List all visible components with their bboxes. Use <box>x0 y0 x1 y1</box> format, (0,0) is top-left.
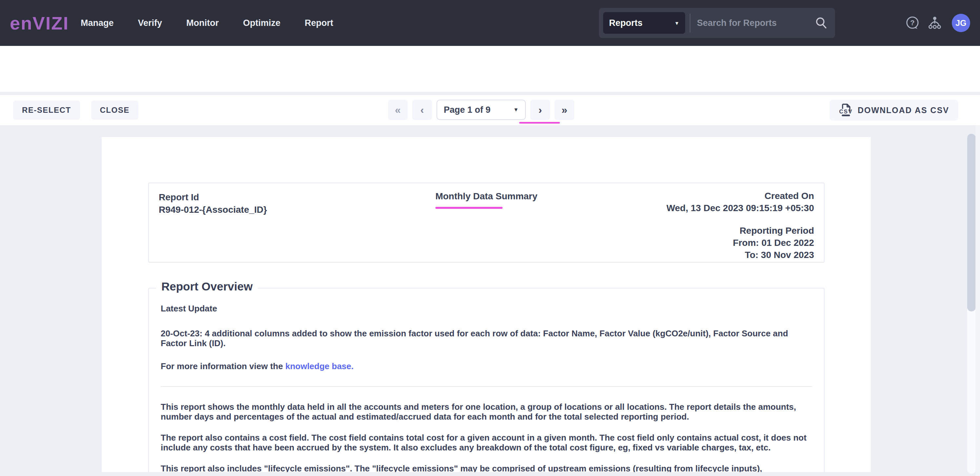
section-divider <box>161 386 812 387</box>
svg-text:?: ? <box>910 19 915 27</box>
report-title-underline <box>435 207 503 209</box>
report-meta-block: Created On Wed, 13 Dec 2023 09:15:19 +05… <box>667 190 814 261</box>
overview-paragraph: The report also contains a cost field. T… <box>161 433 812 452</box>
latest-update-label: Latest Update <box>161 303 812 313</box>
report-overview-section: Report Overview Latest Update 20-Oct-23:… <box>148 288 824 472</box>
report-scrollbar-track[interactable] <box>967 134 976 474</box>
menu-item-report[interactable]: Report <box>305 18 333 28</box>
knowledge-base-link[interactable]: knowledge base. <box>285 361 353 371</box>
first-page-icon: « <box>395 104 401 116</box>
global-search-bar: Reports ▼ <box>599 8 835 38</box>
download-csv-button[interactable]: CSV DOWNLOAD AS CSV <box>829 100 958 121</box>
search-icon[interactable] <box>815 16 828 30</box>
overview-paragraph: This report shows the monthly data held … <box>161 402 812 422</box>
next-page-icon: › <box>539 104 542 116</box>
close-button[interactable]: CLOSE <box>91 101 138 120</box>
reselect-button[interactable]: RE-SELECT <box>13 101 80 120</box>
reporting-period-label: Reporting Period <box>667 225 814 237</box>
prev-page-button[interactable]: ‹ <box>412 100 432 120</box>
page-select-value: Page 1 of 9 <box>444 105 491 115</box>
chevron-down-icon: ▼ <box>513 107 519 113</box>
main-menu: Manage Verify Monitor Optimize Report <box>81 18 333 28</box>
period-from: From: 01 Dec 2022 <box>667 237 814 249</box>
report-id-block: Report Id R949-012-{Associate_ID} <box>159 191 267 216</box>
report-title-block: Monthly Data Summary <box>435 191 537 209</box>
pagination-active-indicator <box>519 122 560 124</box>
menu-item-verify[interactable]: Verify <box>138 18 162 28</box>
csv-file-icon: CSV <box>838 103 853 117</box>
prev-page-icon: ‹ <box>420 104 424 116</box>
first-page-button[interactable]: « <box>388 100 408 120</box>
help-icon[interactable]: ? <box>905 16 920 30</box>
report-overview-content: Latest Update 20-Oct-23: 4 additional co… <box>149 289 824 472</box>
search-category-value: Reports <box>609 18 643 28</box>
created-on-label: Created On <box>667 190 814 202</box>
report-id-label: Report Id <box>159 191 267 203</box>
update-note: 20-Oct-23: 4 additional columns added to… <box>161 328 812 348</box>
report-title: Monthly Data Summary <box>435 191 537 202</box>
menu-item-monitor[interactable]: Monitor <box>186 18 219 28</box>
report-toolbar: RE-SELECT CLOSE « ‹ Page 1 of 9 ▼ › » CS… <box>0 95 980 125</box>
envizi-logo[interactable]: enVIZI <box>10 13 80 34</box>
page-select[interactable]: Page 1 of 9 ▼ <box>436 100 526 120</box>
svg-text:CSV: CSV <box>839 108 853 115</box>
org-hierarchy-icon[interactable] <box>928 16 942 30</box>
user-avatar[interactable]: JG <box>952 14 970 32</box>
section-title: Report Overview <box>156 280 258 293</box>
menu-item-manage[interactable]: Manage <box>81 18 114 28</box>
top-navigation-bar: enVIZI Manage Verify Monitor Optimize Re… <box>0 0 980 46</box>
menu-item-optimize[interactable]: Optimize <box>243 18 280 28</box>
pagination: « ‹ Page 1 of 9 ▼ › » <box>388 100 574 120</box>
next-page-button[interactable]: › <box>530 100 550 120</box>
reporting-period-block: Reporting Period From: 01 Dec 2022 To: 3… <box>667 225 814 261</box>
report-header-box: Report Id R949-012-{Associate_ID} Monthl… <box>148 182 824 263</box>
more-info-prefix: For more information view the <box>161 361 285 371</box>
last-page-button[interactable]: » <box>555 100 574 120</box>
content-area: Report Id R949-012-{Associate_ID} Monthl… <box>0 125 980 476</box>
period-to: To: 30 Nov 2023 <box>667 249 814 261</box>
search-category-select[interactable]: Reports ▼ <box>603 12 685 34</box>
toolbar-left-buttons: RE-SELECT CLOSE <box>13 101 138 120</box>
created-on-value: Wed, 13 Dec 2023 09:15:19 +05:30 <box>667 202 814 214</box>
last-page-icon: » <box>562 104 567 116</box>
report-scrollbar-thumb[interactable] <box>967 134 976 311</box>
page-header: Demo Corporation US/ Reports Summary Rep… <box>0 46 980 92</box>
report-document: Report Id R949-012-{Associate_ID} Monthl… <box>102 137 871 472</box>
more-info-line: For more information view the knowledge … <box>161 361 812 371</box>
download-csv-label: DOWNLOAD AS CSV <box>858 106 949 115</box>
chevron-down-icon: ▼ <box>675 20 679 26</box>
search-input[interactable] <box>696 18 815 29</box>
overview-paragraph: This report also includes "lifecycle emi… <box>161 463 812 472</box>
search-divider <box>690 13 690 32</box>
report-id-value: R949-012-{Associate_ID} <box>159 203 267 216</box>
window-scrollbar[interactable] <box>975 125 980 476</box>
